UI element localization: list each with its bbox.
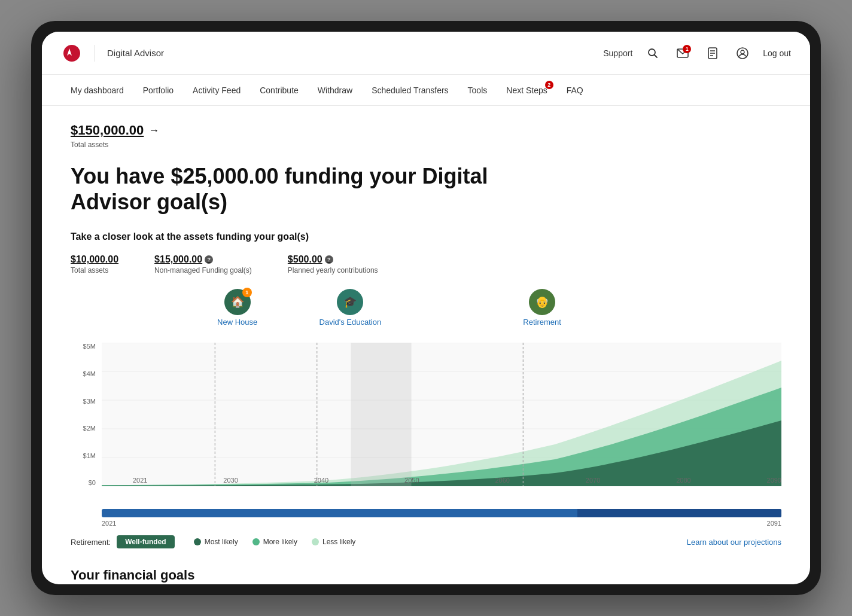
stat-non-managed-info-icon[interactable]: ? <box>205 255 213 264</box>
search-button[interactable] <box>643 44 662 63</box>
header-divider <box>95 45 95 62</box>
x-label-2060: 2060 <box>495 477 509 484</box>
chart-x-labels: 2021 2030 2040 2050 2060 2070 2080 2090 <box>133 474 781 486</box>
nav-item-portfolio[interactable]: Portfolio <box>133 75 183 106</box>
support-link[interactable]: Support <box>603 48 632 58</box>
y-label-1m: $1M <box>83 452 96 459</box>
goal-retirement-name: Retirement <box>523 318 561 327</box>
total-assets-amount[interactable]: $150,000.00 <box>71 123 144 138</box>
header-right: Support 1 <box>603 44 791 63</box>
goal-education-icon: 🎓 <box>337 289 363 315</box>
legend-less-likely: Less likely <box>312 538 355 546</box>
header-left: Digital Advisor <box>61 42 164 64</box>
x-label-2070: 2070 <box>586 477 600 484</box>
goal-new-house[interactable]: 🏠 1 New House <box>217 289 257 327</box>
stat-non-managed-label: Non-managed Funding goal(s) <box>154 266 252 275</box>
total-assets-row: $150,000.00 → <box>71 123 781 138</box>
nav-item-activity-feed[interactable]: Activity Feed <box>183 75 250 106</box>
stat-contributions-info-icon[interactable]: ? <box>325 255 333 264</box>
stat-non-managed-amount: $15,000.00 ? <box>154 254 252 265</box>
vanguard-logo <box>61 42 83 64</box>
sub-heading: Take a closer look at the assets funding… <box>71 231 781 242</box>
total-assets-arrow-icon[interactable]: → <box>148 124 159 137</box>
chart-minibar[interactable] <box>102 509 781 517</box>
goal-new-house-icon: 🏠 1 <box>224 289 251 315</box>
financial-goals-heading: Your financial goals <box>71 568 781 583</box>
stat-total-assets-label: Total assets <box>71 266 118 275</box>
chart-plot: 2021 2030 2040 2050 2060 2070 2080 2090 <box>102 343 781 486</box>
nav-item-tools[interactable]: Tools <box>458 75 497 106</box>
nav-item-withdraw[interactable]: Withdraw <box>308 75 362 106</box>
stat-non-managed: $15,000.00 ? Non-managed Funding goal(s) <box>154 254 252 275</box>
chart-minibar-container: 2021 2091 <box>102 509 781 527</box>
device-frame: Digital Advisor Support 1 <box>31 21 821 595</box>
stat-total-assets: $10,000.00 Total assets <box>71 254 118 275</box>
goal-retirement-icon: 👴 <box>529 289 555 315</box>
main-content: $150,000.00 → Total assets You have $25,… <box>42 106 810 584</box>
x-label-2080: 2080 <box>676 477 690 484</box>
nav: My dashboard Portfolio Activity Feed Con… <box>42 75 810 106</box>
x-label-2050: 2050 <box>404 477 419 484</box>
chart-y-labels: $5M $4M $3M $2M $1M $0 <box>71 343 99 486</box>
legend-items: Most likely More likely Less likely <box>194 538 687 546</box>
svg-rect-26 <box>351 343 412 486</box>
mini-x-label-end: 2091 <box>767 520 781 527</box>
svg-line-1 <box>655 54 658 57</box>
chart-footer: Retirement: Well-funded Most likely More… <box>71 535 781 548</box>
mail-button[interactable]: 1 <box>673 44 692 63</box>
y-label-4m: $4M <box>83 370 96 377</box>
retirement-label: Retirement: <box>71 538 111 547</box>
document-button[interactable] <box>703 44 722 63</box>
x-label-2090: 2090 <box>767 477 781 484</box>
legend-most-likely: Most likely <box>194 538 238 546</box>
legend-dot-most-likely <box>194 538 201 545</box>
chart-mini-x-labels: 2021 2091 <box>102 520 781 527</box>
stats-row: $10,000.00 Total assets $15,000.00 ? Non… <box>71 254 781 275</box>
nav-item-contribute[interactable]: Contribute <box>250 75 308 106</box>
total-assets-label: Total assets <box>71 141 781 149</box>
app-name: Digital Advisor <box>107 48 164 58</box>
mini-x-label-start: 2021 <box>102 520 116 527</box>
mail-badge: 1 <box>683 45 691 53</box>
learn-projections-link[interactable]: Learn about our projections <box>687 538 781 547</box>
chart-svg-wrapper: $5M $4M $3M $2M $1M $0 <box>71 343 781 504</box>
stat-contributions-label: Planned yearly contributions <box>288 266 378 275</box>
x-label-2040: 2040 <box>314 477 328 484</box>
legend-dot-more-likely <box>252 538 260 545</box>
chart-minibar-inner <box>577 509 781 517</box>
screen: Digital Advisor Support 1 <box>42 32 810 584</box>
goal-new-house-name: New House <box>217 318 257 327</box>
next-steps-badge: 2 <box>545 81 553 89</box>
legend-more-likely: More likely <box>252 538 297 546</box>
funded-badge: Well-funded <box>117 535 174 548</box>
profile-button[interactable] <box>733 44 752 63</box>
y-label-5m: $5M <box>83 343 96 350</box>
stat-total-assets-amount: $10,000.00 <box>71 254 118 265</box>
y-label-3m: $3M <box>83 398 96 405</box>
y-label-2m: $2M <box>83 425 96 432</box>
chart-container: 🏠 1 New House 🎓 David's Education <box>71 289 781 548</box>
logout-button[interactable]: Log out <box>763 48 791 58</box>
stat-contributions: $500.00 ? Planned yearly contributions <box>288 254 378 275</box>
x-label-2030: 2030 <box>223 477 238 484</box>
goal-davids-education[interactable]: 🎓 David's Education <box>320 289 382 327</box>
nav-item-next-steps[interactable]: Next Steps 2 <box>497 75 556 106</box>
nav-item-scheduled-transfers[interactable]: Scheduled Transfers <box>362 75 458 106</box>
x-label-2021: 2021 <box>133 477 147 484</box>
nav-item-faq[interactable]: FAQ <box>557 75 593 106</box>
legend-dot-less-likely <box>312 538 319 545</box>
nav-item-dashboard[interactable]: My dashboard <box>61 75 133 106</box>
svg-point-8 <box>741 50 744 54</box>
goal-education-name: David's Education <box>320 318 382 327</box>
goal-markers: 🏠 1 New House 🎓 David's Education <box>102 289 781 343</box>
goal-retirement[interactable]: 👴 Retirement <box>523 289 561 327</box>
header: Digital Advisor Support 1 <box>42 32 810 75</box>
y-label-0: $0 <box>89 479 96 486</box>
stat-contributions-amount: $500.00 ? <box>288 254 378 265</box>
goal-new-house-badge: 1 <box>242 288 252 297</box>
main-heading: You have $25,000.00 funding your Digital… <box>71 163 519 215</box>
